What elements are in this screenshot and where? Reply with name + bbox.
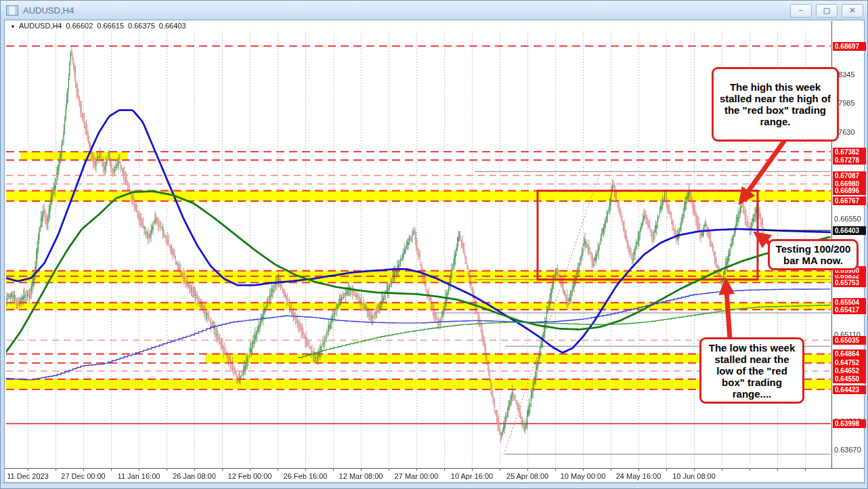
time-axis-label: 25 Apr 08:00 (506, 472, 548, 480)
status-strip (1, 483, 868, 489)
ohlc-header: ▼AUDUSD,H40.666020.666150.663750.66403 (10, 22, 190, 30)
price-level-badge: 0.64864 (833, 349, 866, 358)
dropdown-arrow-icon[interactable]: ▼ (10, 24, 16, 30)
price-level-badge: 0.63998 (833, 419, 866, 428)
callout-high-note[interactable]: The high this week stalled near the high… (712, 67, 839, 142)
callout-testing-ma-note[interactable]: Testing 100/200 bar MA now. (768, 239, 859, 270)
time-axis-label: 26 Jan 08:00 (173, 472, 216, 480)
price-level-badge: 0.65035 (833, 336, 866, 345)
price-level-badge: 0.66896 (833, 186, 866, 195)
time-axis-label: 12 Feb 00:00 (228, 472, 272, 480)
callout-low-note[interactable]: The low this week stalled near the low o… (699, 337, 804, 404)
close-value: 0.66403 (159, 22, 186, 30)
price-level-badge: 0.65753 (833, 278, 866, 287)
price-level-badge: 0.67278 (833, 156, 866, 165)
current-price-badge: 0.66403 (833, 226, 866, 235)
time-axis-label: 26 Feb 16:00 (284, 472, 328, 480)
price-level-badge: 0.67382 (833, 148, 866, 156)
time-axis-label: 10 Apr 16:00 (451, 472, 493, 480)
price-level-badge: 0.65417 (833, 305, 866, 314)
low-value: 0.66375 (128, 22, 155, 30)
price-level-badge: 0.64652 (833, 366, 866, 375)
time-axis-label: 27 Dec 00:00 (61, 472, 105, 480)
time-axis-label: 10 May 00:00 (561, 472, 606, 480)
symbol-label: AUDUSD,H4 (19, 22, 62, 30)
time-axis-label: 27 Mar 00:00 (395, 472, 439, 480)
time-axis-label: 11 Dec 2023 (7, 472, 49, 480)
price-tick: 0.63670 (834, 446, 861, 454)
high-value: 0.66615 (97, 22, 124, 30)
price-level-badge: 0.64550 (833, 375, 866, 383)
price-tick: 0.66550 (834, 215, 861, 223)
time-axis-label: 10 Jun 08:00 (672, 472, 716, 480)
time-axis-label: 12 Mar 08:00 (339, 472, 383, 480)
open-value: 0.66602 (66, 22, 93, 30)
price-level-badge: 0.67087 (833, 171, 866, 180)
time-axis-label: 11 Jan 16:00 (118, 472, 160, 480)
time-axis-label: 24 May 16:00 (616, 472, 661, 480)
price-level-badge: 0.66767 (833, 196, 866, 205)
price-level-badge: 0.64423 (833, 385, 866, 394)
mt4-window: AUDUSD,H4 – ▢ ✕ ▼AUDUSD,H40.666020.66615… (0, 0, 868, 489)
price-level-badge: 0.68697 (833, 42, 866, 51)
